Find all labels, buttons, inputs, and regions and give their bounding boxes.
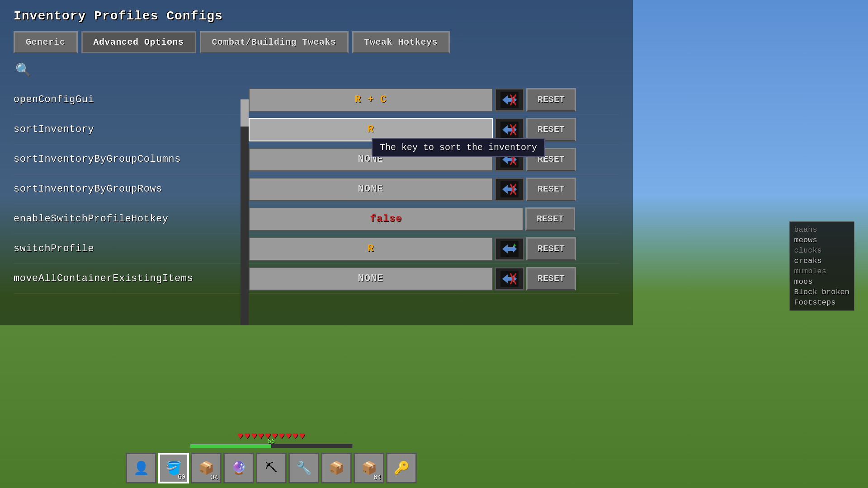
hotbar: 👤 🪣 60 📦 34 🔮 ⛏ 🔧 📦 📦 64 🔑 — [126, 453, 417, 483]
value-box-sortInventory[interactable]: R The key to sort the inventory — [249, 118, 493, 141]
sound-item-5: moos — [794, 277, 849, 287]
slot-icon-5: 🔧 — [296, 460, 312, 476]
icon-btn-sortInventory[interactable] — [495, 118, 524, 141]
reset-btn-sortInventory[interactable]: RESET — [526, 118, 576, 141]
slot-icon-3: 🔮 — [231, 460, 247, 476]
arrow-x-icon-rows — [500, 181, 519, 197]
reset-btn-enableSwitchProfileHotkey[interactable]: RESET — [525, 207, 575, 231]
heart-2: ♥ — [244, 431, 250, 442]
value-switchProfile: R — [368, 243, 374, 254]
hotbar-slot-0[interactable]: 👤 — [126, 453, 156, 483]
sound-list: baahs meows clucks creaks mumbles moos B… — [789, 221, 854, 311]
sound-item-6: Block broken — [794, 287, 849, 297]
hotbar-slot-8[interactable]: 🔑 — [386, 453, 417, 483]
hotbar-slot-3[interactable]: 🔮 — [223, 453, 254, 483]
icon-btn-openConfigGui[interactable] — [495, 88, 524, 112]
value-box-openConfigGui[interactable]: R + C — [249, 88, 493, 112]
slot-count-2: 34 — [211, 474, 218, 481]
tab-advanced[interactable]: Advanced Options — [81, 31, 196, 53]
config-row-switchProfile: switchProfile R + RESET — [14, 234, 619, 264]
arrow-plus-icon-switchProfile: + — [500, 241, 519, 257]
slot-icon-8: 🔑 — [394, 460, 410, 476]
search-row: 🔍 — [14, 62, 619, 78]
heart-8: ♥ — [285, 431, 291, 442]
slot-count-7: 64 — [373, 474, 381, 481]
reset-btn-moveAllContainerExistingItems[interactable]: RESET — [526, 267, 576, 291]
svg-text:+: + — [513, 243, 516, 249]
page-title: Inventory Profiles Configs — [14, 9, 619, 23]
hotbar-slot-6[interactable]: 📦 — [321, 453, 352, 483]
config-list: openConfigGui R + C RESET sortInventory … — [14, 85, 619, 294]
slot-icon-4: ⛏ — [265, 460, 278, 476]
xp-level: 66 — [268, 438, 275, 445]
hotbar-slot-4[interactable]: ⛏ — [256, 453, 287, 483]
value-moveAllContainerExistingItems: NONE — [358, 273, 384, 284]
label-switchProfile: switchProfile — [14, 243, 249, 254]
reset-btn-openConfigGui[interactable]: RESET — [526, 88, 576, 112]
xp-bar: 66 — [190, 444, 353, 448]
config-row-sortInventoryByGroupColumns: sortInventoryByGroupColumns NONE RESET — [14, 145, 619, 174]
value-box-enableSwitchProfileHotkey[interactable]: false — [249, 207, 524, 231]
slot-icon-0: 👤 — [133, 460, 149, 476]
reset-btn-switchProfile[interactable]: RESET — [526, 237, 576, 261]
label-moveAllContainerExistingItems: moveAllContainerExistingItems — [14, 273, 249, 284]
icon-btn-moveAllContainerExistingItems[interactable] — [495, 267, 524, 291]
icon-btn-switchProfile[interactable]: + — [495, 237, 524, 261]
heart-7: ♥ — [278, 431, 284, 442]
label-openConfigGui: openConfigGui — [14, 94, 249, 105]
hotbar-slot-1[interactable]: 🪣 60 — [158, 453, 189, 483]
heart-1: ♥ — [237, 431, 243, 442]
tab-hotkeys[interactable]: Tweak Hotkeys — [352, 31, 450, 53]
label-sortInventory: sortInventory — [14, 124, 249, 135]
reset-btn-sortInventoryByGroupRows[interactable]: RESET — [526, 178, 576, 201]
hotbar-slot-5[interactable]: 🔧 — [288, 453, 319, 483]
sound-item-2: clucks — [794, 245, 849, 256]
heart-10: ♥ — [299, 431, 305, 442]
tab-bar: Generic Advanced Options Combat/Building… — [14, 31, 619, 53]
label-enableSwitchProfileHotkey: enableSwitchProfileHotkey — [14, 213, 249, 225]
label-sortInventoryByGroupRows: sortInventoryByGroupRows — [14, 183, 249, 195]
heart-3: ♥ — [251, 431, 257, 442]
icon-btn-sortInventoryByGroupRows[interactable] — [495, 178, 524, 201]
value-box-sortInventoryByGroupRows[interactable]: NONE — [249, 178, 493, 201]
value-sortInventoryByGroupRows: NONE — [358, 183, 384, 195]
arrow-x-icon-move — [500, 271, 519, 287]
arrow-x-icon-openConfigGui — [500, 92, 519, 108]
sound-item-1: meows — [794, 235, 849, 245]
xp-bar-fill — [190, 444, 271, 448]
heart-9: ♥ — [292, 431, 298, 442]
value-sortInventory: R — [368, 124, 374, 135]
sound-item-0: baahs — [794, 225, 849, 235]
hotbar-slot-7[interactable]: 📦 64 — [354, 453, 384, 483]
config-row-moveAllContainerExistingItems: moveAllContainerExistingItems NONE RESET — [14, 264, 619, 294]
icon-btn-sortInventoryByGroupColumns[interactable] — [495, 148, 524, 171]
config-row-sortInventoryByGroupRows: sortInventoryByGroupRows NONE RESET — [14, 174, 619, 204]
hotbar-slot-2[interactable]: 📦 34 — [191, 453, 222, 483]
config-panel: Inventory Profiles Configs Generic Advan… — [0, 0, 633, 303]
slot-icon-6: 📦 — [329, 460, 344, 476]
value-openConfigGui: R + C — [354, 94, 387, 105]
value-box-switchProfile[interactable]: R — [249, 237, 493, 261]
sound-item-7: Footsteps — [794, 297, 849, 308]
sound-item-4: mumbles — [794, 266, 849, 277]
reset-btn-sortInventoryByGroupColumns[interactable]: RESET — [526, 148, 576, 171]
tab-combat[interactable]: Combat/Building Tweaks — [200, 31, 349, 53]
heart-4: ♥ — [258, 431, 264, 442]
scrollbar-track — [241, 99, 249, 325]
config-row-enableSwitchProfileHotkey: enableSwitchProfileHotkey false RESET — [14, 204, 619, 234]
config-row-openConfigGui: openConfigGui R + C RESET — [14, 85, 619, 115]
scrollbar-thumb[interactable] — [241, 99, 249, 127]
value-enableSwitchProfileHotkey: false — [370, 213, 402, 225]
bottom-hud: ♥ ♥ ♥ ♥ ♥ ♥ ♥ ♥ ♥ ♥ 66 👤 🪣 60 📦 34 🔮 ⛏ — [0, 371, 542, 488]
label-sortInventoryByGroupColumns: sortInventoryByGroupColumns — [14, 154, 249, 165]
search-icon[interactable]: 🔍 — [15, 62, 31, 78]
tab-generic[interactable]: Generic — [14, 31, 78, 53]
sound-item-3: creaks — [794, 256, 849, 266]
slot-icon-2: 📦 — [198, 460, 214, 476]
arrow-x-icon-sortInventory — [500, 122, 519, 138]
value-box-sortInventoryByGroupColumns[interactable]: NONE — [249, 148, 493, 171]
slot-count-1: 60 — [178, 474, 185, 481]
slot-icon-7: 📦 — [361, 460, 377, 476]
value-box-moveAllContainerExistingItems[interactable]: NONE — [249, 267, 493, 291]
arrow-x-icon-cols — [500, 151, 519, 168]
